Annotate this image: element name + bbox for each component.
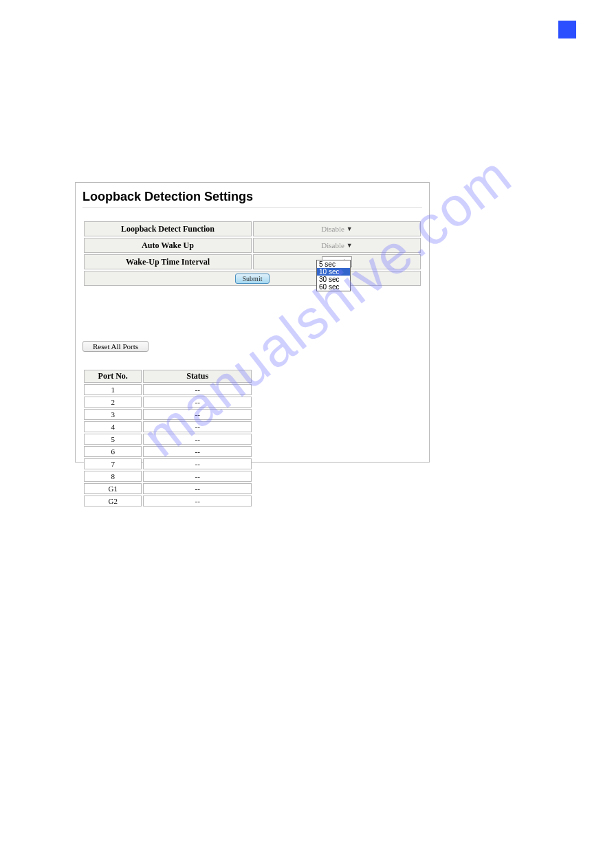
table-row: 2-- — [84, 397, 252, 408]
port-status: -- — [143, 434, 252, 445]
port-header: Port No. — [84, 370, 142, 383]
page-number-badge — [558, 21, 576, 38]
panel-title: Loopback Detection Settings — [83, 190, 422, 208]
port-no: 3 — [84, 409, 142, 420]
status-header: Status — [143, 370, 252, 383]
port-status: -- — [143, 496, 252, 507]
port-status: -- — [143, 446, 252, 457]
port-status: -- — [143, 409, 252, 420]
table-row: G1-- — [84, 483, 252, 494]
loopback-detect-select[interactable]: Disable ▼ — [321, 225, 353, 233]
port-no: 4 — [84, 421, 142, 432]
loopback-detect-cell: Disable ▼ — [253, 221, 421, 236]
auto-wakeup-cell: Disable ▼ — [253, 238, 421, 253]
port-no: 5 — [84, 434, 142, 445]
table-row: 4-- — [84, 421, 252, 432]
interval-option-30[interactable]: 30 sec — [317, 276, 350, 283]
auto-wakeup-select[interactable]: Disable ▼ — [321, 241, 353, 249]
loopback-detect-label: Loopback Detect Function — [84, 221, 252, 236]
interval-option-5[interactable]: 5 sec — [317, 260, 350, 268]
chevron-down-icon: ▼ — [347, 225, 353, 232]
port-no: G1 — [84, 483, 142, 494]
wakeup-interval-label: Wake-Up Time Interval — [84, 254, 252, 269]
port-status: -- — [143, 471, 252, 482]
chevron-down-icon: ▼ — [347, 242, 353, 249]
interval-option-10[interactable]: 10 sec — [317, 268, 350, 276]
port-no: 6 — [84, 446, 142, 457]
port-no: 7 — [84, 458, 142, 469]
port-status: -- — [143, 483, 252, 494]
port-status: -- — [143, 421, 252, 432]
table-row: 8-- — [84, 471, 252, 482]
loopback-settings-panel: Loopback Detection Settings Loopback Det… — [75, 182, 430, 463]
table-row: 3-- — [84, 409, 252, 420]
port-status: -- — [143, 384, 252, 395]
submit-button[interactable]: Submit — [235, 274, 270, 284]
table-row: G2-- — [84, 496, 252, 507]
loopback-detect-value: Disable — [321, 225, 344, 233]
table-row: 1-- — [84, 384, 252, 395]
port-no: 8 — [84, 471, 142, 482]
auto-wakeup-value: Disable — [321, 241, 344, 249]
table-row: 5-- — [84, 434, 252, 445]
interval-option-60[interactable]: 60 sec — [317, 283, 350, 291]
port-no: 1 — [84, 384, 142, 395]
table-row: 6-- — [84, 446, 252, 457]
settings-table: Loopback Detect Function Disable ▼ Auto … — [83, 220, 422, 287]
port-no: 2 — [84, 397, 142, 408]
port-status: -- — [143, 458, 252, 469]
reset-all-ports-button[interactable]: Reset All Ports — [83, 341, 149, 352]
interval-dropdown-list[interactable]: 5 sec 10 sec 30 sec 60 sec — [316, 260, 351, 291]
port-status-table: Port No. Status 1-- 2-- 3-- 4-- 5-- 6-- … — [83, 368, 253, 508]
port-no: G2 — [84, 496, 142, 507]
port-status: -- — [143, 397, 252, 408]
submit-row: Submit — [84, 271, 421, 286]
auto-wakeup-label: Auto Wake Up — [84, 238, 252, 253]
table-row: 7-- — [84, 458, 252, 469]
